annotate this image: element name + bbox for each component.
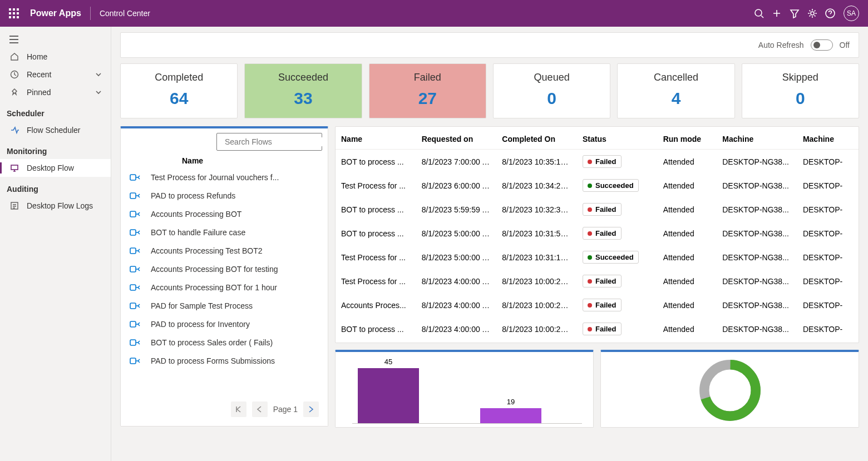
svg-rect-7 [130, 175, 136, 180]
flow-row[interactable]: PAD to process for Inventory [126, 315, 322, 334]
auto-refresh-label: Auto Refresh [758, 41, 804, 49]
status-badge: Failed [583, 227, 622, 240]
flow-row[interactable]: BOT to handle Failure case [126, 224, 322, 242]
table-row[interactable]: Test Process for ...8/1/2023 6:00:00 AM8… [336, 174, 859, 197]
table-row[interactable]: Accounts Proces...8/1/2023 4:00:00 AM8/1… [336, 293, 859, 317]
flow-row[interactable]: BOT to process Sales order ( Fails) [126, 334, 322, 352]
flow-row[interactable]: Accounts Processing Test BOT2 [126, 242, 322, 260]
cell-requested: 8/1/2023 6:00:00 AM [416, 174, 497, 197]
cell-mode: Attended [658, 150, 717, 174]
waffle-icon[interactable] [9, 8, 19, 18]
pager-next-icon[interactable] [303, 401, 319, 417]
chevron-down-icon [95, 89, 102, 96]
flow-icon [130, 173, 143, 182]
card-value: 0 [494, 89, 610, 108]
auto-refresh-toggle[interactable] [811, 39, 833, 51]
bar-1-label: 45 [358, 358, 419, 366]
card-cancelled[interactable]: Cancelled 4 [617, 63, 734, 118]
cell-machine: DESKTOP-NG38... [717, 245, 797, 269]
cell-mode: Attended [658, 269, 717, 293]
card-label: Queued [494, 72, 610, 83]
status-badge: Failed [583, 323, 622, 335]
flow-row[interactable]: PAD to process Forms Submissions [126, 352, 322, 370]
sidebar-item-label: Flow Scheduler [27, 126, 81, 135]
cell-completed: 8/1/2023 10:31:12 AM [496, 245, 577, 269]
cell-machine2: DESKTOP- [797, 245, 859, 269]
sidebar-item-pinned[interactable]: Pinned [0, 83, 111, 101]
sidebar-item-desktop-flow[interactable]: Desktop Flow [0, 159, 111, 177]
cell-machine2: DESKTOP- [797, 197, 859, 221]
flow-row[interactable]: Accounts Processing BOT for testing [126, 260, 322, 279]
cell-name: BOT to process ... [336, 197, 416, 221]
sidebar-item-flow-scheduler[interactable]: Flow Scheduler [0, 121, 111, 139]
card-value: 4 [618, 89, 734, 108]
add-icon[interactable] [768, 4, 786, 22]
table-row[interactable]: BOT to process ...8/1/2023 5:00:00 AM8/1… [336, 221, 859, 245]
flow-row[interactable]: Accounts Processing BOT [126, 205, 322, 224]
help-icon[interactable] [821, 4, 839, 22]
search-icon[interactable] [750, 4, 768, 22]
sidebar: Home Recent Pinned Scheduler Flow Schedu… [0, 27, 111, 461]
cell-machine2: DESKTOP- [797, 221, 859, 245]
card-completed[interactable]: Completed 64 [120, 63, 238, 118]
card-succeeded[interactable]: Succeeded 33 [244, 63, 362, 118]
flow-row[interactable]: Test Process for Journal vouchers f... [126, 168, 322, 187]
app-name: Power Apps [30, 8, 81, 18]
cell-requested: 8/1/2023 5:00:00 AM [416, 221, 497, 245]
hamburger-icon[interactable] [0, 31, 111, 48]
settings-icon[interactable] [803, 4, 821, 22]
table-row[interactable]: Test Process for ...8/1/2023 4:00:00 AM8… [336, 269, 859, 293]
sidebar-item-recent[interactable]: Recent [0, 66, 111, 83]
flow-name: PAD to process Refunds [151, 191, 235, 200]
cell-machine: DESKTOP-NG38... [717, 269, 797, 293]
sidebar-item-label: Desktop Flow [27, 163, 74, 172]
flows-pager: Page 1 [126, 397, 322, 422]
cell-status: Failed [577, 150, 658, 174]
svg-rect-12 [130, 266, 136, 272]
flow-icon [130, 228, 143, 237]
avatar[interactable]: SA [844, 6, 859, 21]
search-input[interactable] [225, 137, 322, 146]
filter-icon[interactable] [786, 4, 803, 22]
sidebar-item-desktop-flow-logs[interactable]: Desktop Flow Logs [0, 197, 111, 215]
card-queued[interactable]: Queued 0 [493, 63, 610, 118]
col-status[interactable]: Status [577, 129, 658, 150]
table-row[interactable]: BOT to process ...8/1/2023 7:00:00 AM8/1… [336, 150, 859, 174]
card-label: Cancelled [618, 72, 734, 83]
cell-name: Test Process for ... [336, 174, 416, 197]
col-completed[interactable]: Completed On [496, 129, 577, 150]
svg-rect-15 [130, 321, 136, 327]
sidebar-item-home[interactable]: Home [0, 48, 111, 66]
col-mode[interactable]: Run mode [658, 129, 717, 150]
col-name[interactable]: Name [336, 129, 416, 150]
cell-machine: DESKTOP-NG38... [717, 317, 797, 341]
summary-cards: Completed 64 Succeeded 33 Failed 27 Queu… [120, 63, 859, 118]
col-machine2[interactable]: Machine [797, 129, 859, 150]
cell-completed: 8/1/2023 10:31:58 AM [496, 221, 577, 245]
cell-name: BOT to process ... [336, 221, 416, 245]
search-flows[interactable] [216, 133, 322, 151]
card-skipped[interactable]: Skipped 0 [742, 63, 859, 118]
table-row[interactable]: BOT to process ...8/1/2023 4:00:00 AM8/1… [336, 317, 859, 341]
cell-name: Test Process for ... [336, 245, 416, 269]
flow-row[interactable]: PAD for Sample Test Process [126, 297, 322, 315]
flow-icon [130, 210, 143, 219]
pager-first-icon[interactable] [231, 401, 246, 417]
flow-row[interactable]: Accounts Processing BOT for 1 hour [126, 279, 322, 297]
flow-icon [130, 246, 143, 255]
table-row[interactable]: Test Process for ...8/1/2023 5:00:00 AM8… [336, 245, 859, 269]
cell-completed: 8/1/2023 10:00:20 AM [496, 269, 577, 293]
cell-machine2: DESKTOP- [797, 293, 859, 317]
pager-prev-icon[interactable] [252, 401, 268, 417]
bar-2: 19 [480, 398, 541, 424]
flow-name: Accounts Processing Test BOT2 [151, 246, 263, 255]
col-machine[interactable]: Machine [717, 129, 797, 150]
pin-icon [9, 88, 20, 97]
col-requested[interactable]: Requested on [416, 129, 497, 150]
cell-requested: 8/1/2023 7:00:00 AM [416, 150, 497, 174]
card-failed[interactable]: Failed 27 [369, 63, 486, 118]
sidebar-item-label: Home [27, 52, 47, 61]
flow-row[interactable]: PAD to process Refunds [126, 187, 322, 205]
cell-completed: 8/1/2023 10:32:37 AM [496, 197, 577, 221]
table-row[interactable]: BOT to process ...8/1/2023 5:59:59 AM8/1… [336, 197, 859, 221]
